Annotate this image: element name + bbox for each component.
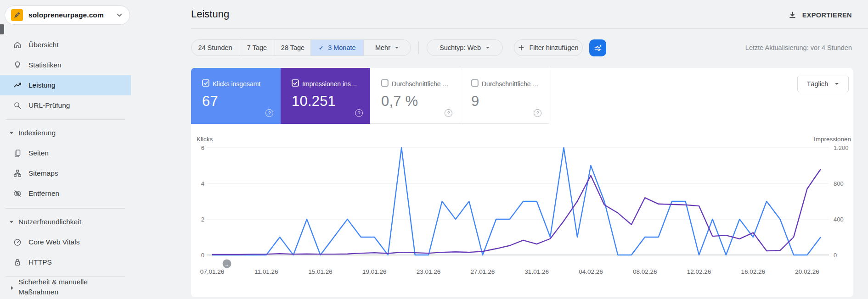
search-type-label: Suchtyp: Web — [440, 44, 481, 51]
svg-text:20.02.26: 20.02.26 — [795, 268, 819, 275]
last-update-status: Letzte Aktualisierung: vor 4 Stunden — [745, 44, 852, 51]
metric-card-title: Durchschnittliche … — [482, 80, 539, 88]
chip-7-tage[interactable]: 7 Tage — [239, 40, 275, 55]
compare-filter-button[interactable] — [589, 39, 606, 56]
sidebar: solopreneurpage.com Übersicht Statistike… — [0, 0, 131, 299]
export-button[interactable]: EXPORTIEREN — [788, 8, 852, 22]
chip-label: 3 Monate — [328, 44, 355, 51]
metric-card-clicks[interactable]: Klicks insgesamt 67 ? — [191, 68, 281, 124]
chevron-down-icon — [117, 13, 122, 17]
checkbox-icon[interactable] — [202, 79, 209, 89]
caret-right-icon — [9, 284, 15, 290]
sidebar-section-label: Indexierung — [18, 129, 56, 137]
header-divider — [191, 28, 868, 29]
sidebar-item-https[interactable]: HTTPS — [0, 252, 131, 272]
add-filter-button[interactable]: Filter hinzufügen — [514, 39, 583, 56]
metric-card-value: 10.251 — [292, 93, 336, 110]
chip-24-stunden[interactable]: 24 Stunden — [192, 40, 239, 55]
chip-label: 28 Tage — [281, 44, 304, 51]
chip-label: 24 Stunden — [198, 44, 232, 51]
help-icon[interactable]: ? — [534, 109, 541, 117]
metric-card-title: Klicks insgesamt — [213, 80, 260, 88]
help-icon[interactable]: ? — [355, 109, 363, 117]
chip-3-monate[interactable]: ✓3 Monate — [310, 40, 363, 55]
svg-text:27.01.26: 27.01.26 — [471, 268, 495, 275]
metric-card-ctr[interactable]: Durchschnittliche … 0,7 % ? — [370, 68, 460, 124]
sidebar-item-url-pruefung[interactable]: URL-Prüfung — [0, 95, 131, 116]
sidebar-item-seiten[interactable]: Seiten — [0, 143, 131, 163]
sidebar-section-indexierung[interactable]: Indexierung — [0, 123, 131, 143]
sidebar-section-nutzerfreundlichkeit[interactable]: Nutzerfreundlichkeit — [0, 212, 131, 232]
caret-down-icon — [8, 130, 15, 136]
property-name: solopreneurpage.com — [28, 11, 111, 19]
checkbox-icon[interactable] — [381, 79, 389, 89]
pages-icon — [13, 149, 22, 158]
metric-card-title: Durchschnittliche … — [392, 80, 449, 88]
trending-up-icon — [13, 81, 22, 90]
svg-text:0: 0 — [834, 252, 837, 259]
caret-down-icon — [8, 219, 15, 225]
granularity-label: Täglich — [807, 80, 829, 88]
eye-off-icon — [13, 189, 22, 198]
sidebar-item-label: Entfernen — [28, 189, 59, 198]
sidebar-divider — [6, 208, 125, 209]
svg-text:0: 0 — [201, 252, 204, 259]
performance-chart[interactable]: 024604008001.200KlicksImpressionen07.01.… — [191, 133, 853, 289]
svg-text:15.01.26: 15.01.26 — [308, 268, 333, 275]
date-range-chips: 24 Stunden 7 Tage 28 Tage ✓3 Monate Mehr — [191, 39, 411, 56]
add-filter-label: Filter hinzufügen — [529, 44, 578, 51]
gauge-icon — [13, 238, 22, 247]
svg-text:19.01.26: 19.01.26 — [362, 268, 387, 275]
sidebar-item-uebersicht[interactable]: Übersicht — [0, 35, 131, 55]
checkbox-icon[interactable] — [292, 79, 299, 89]
sidebar-item-leistung[interactable]: Leistung — [0, 75, 131, 95]
sidebar-divider — [6, 119, 125, 120]
sidebar-item-label: Übersicht — [28, 41, 58, 49]
caret-down-icon — [395, 46, 399, 49]
sidebar-item-entfernen[interactable]: Entfernen — [0, 183, 131, 204]
svg-text:11.01.26: 11.01.26 — [254, 268, 278, 275]
home-icon — [13, 40, 22, 50]
caret-down-icon — [834, 83, 839, 85]
performance-chart-svg: 024604008001.200KlicksImpressionen07.01.… — [191, 133, 853, 289]
sidebar-item-label: Seiten — [28, 149, 49, 157]
tune-sparkle-icon — [593, 44, 603, 53]
sidebar-item-core-web-vitals[interactable]: Core Web Vitals — [0, 232, 131, 252]
scrollbar-artifact — [0, 24, 4, 34]
svg-text:400: 400 — [834, 216, 844, 223]
sidebar-item-label: Core Web Vitals — [28, 238, 79, 246]
export-label: EXPORTIEREN — [802, 11, 852, 19]
svg-text:800: 800 — [834, 180, 844, 187]
chip-label: 7 Tage — [247, 44, 267, 51]
sidebar-section-label: Sicherheit & manuelle Maßnahmen — [18, 277, 110, 297]
metric-card-position[interactable]: Durchschnittliche … 9 ? — [460, 68, 549, 124]
sidebar-item-statistiken[interactable]: Statistiken — [0, 55, 131, 75]
svg-text:6: 6 — [201, 144, 204, 151]
svg-text:12.02.26: 12.02.26 — [687, 268, 711, 275]
sidebar-item-sitemaps[interactable]: Sitemaps — [0, 163, 131, 183]
metric-card-impressions[interactable]: Impressionen ins… 10.251 ? — [281, 68, 370, 124]
page-title: Leistung — [191, 8, 229, 20]
download-icon — [788, 11, 797, 20]
svg-text:31.01.26: 31.01.26 — [524, 268, 549, 275]
arrow-right-icon: → — [225, 261, 230, 267]
property-selector[interactable]: solopreneurpage.com — [5, 6, 130, 25]
svg-text:1.200: 1.200 — [834, 144, 849, 151]
help-icon[interactable]: ? — [445, 109, 452, 117]
sidebar-divider — [6, 276, 125, 277]
toolbar-divider — [418, 41, 419, 54]
svg-text:08.02.26: 08.02.26 — [633, 268, 657, 275]
caret-down-icon — [485, 46, 490, 49]
svg-text:23.01.26: 23.01.26 — [417, 268, 441, 275]
chip-28-tage[interactable]: 28 Tage — [275, 40, 310, 55]
sidebar-item-label: HTTPS — [28, 258, 52, 266]
help-icon[interactable]: ? — [265, 109, 273, 117]
granularity-dropdown[interactable]: Täglich — [797, 76, 849, 92]
chip-mehr[interactable]: Mehr — [363, 40, 411, 55]
checkbox-icon[interactable] — [471, 79, 479, 89]
svg-text:04.02.26: 04.02.26 — [579, 268, 603, 275]
search-type-button[interactable]: Suchtyp: Web — [427, 39, 503, 56]
search-icon — [13, 101, 22, 110]
sidebar-item-label: URL-Prüfung — [28, 101, 70, 110]
sidebar-item-label: Statistiken — [28, 61, 62, 69]
